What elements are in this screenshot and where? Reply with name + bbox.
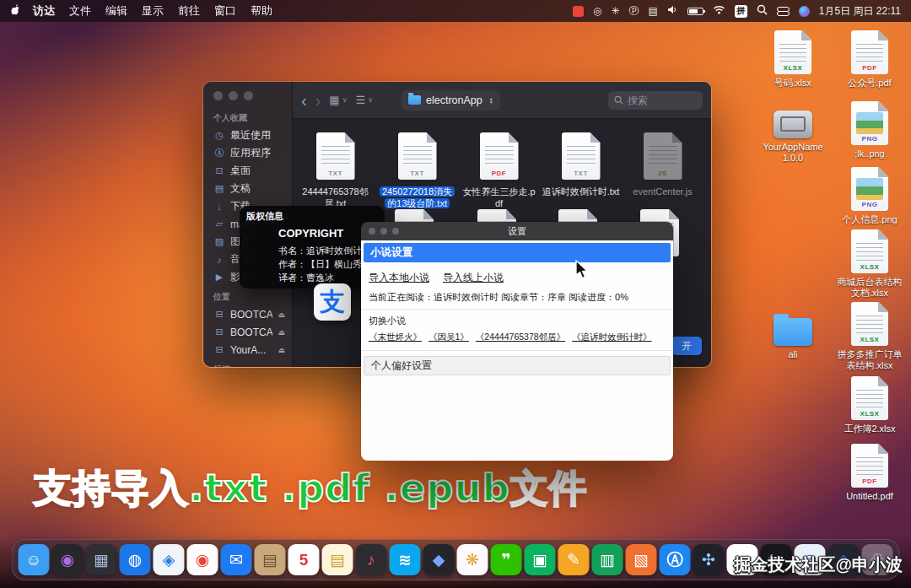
pencil-app[interactable]: ✎ xyxy=(558,544,590,575)
back-button[interactable]: ‹ xyxy=(301,92,307,109)
calendar[interactable]: 5 xyxy=(288,544,320,575)
sidebar-location-item[interactable]: ⊟ BOOTCA... ⏏ xyxy=(203,305,292,323)
file-icon: PDF xyxy=(851,30,888,74)
dark-app[interactable]: ◆ xyxy=(423,544,455,575)
close-button[interactable] xyxy=(369,228,375,235)
sidebar-item[interactable]: ⊡ 桌面 xyxy=(203,162,292,180)
wechat-devtools[interactable]: ≋ xyxy=(390,544,421,575)
desktop-icon[interactable]: XLSX 商城后台表结构文档.xlsx xyxy=(837,229,903,299)
control-center-icon[interactable] xyxy=(777,7,790,16)
open-button[interactable]: 开 xyxy=(671,337,702,355)
desktop-icon[interactable]: XLSX 工作簿2.xlsx xyxy=(837,376,903,434)
asterisk-icon[interactable]: ✳ xyxy=(611,6,619,16)
view-mode-button[interactable]: ▦∨ xyxy=(329,94,347,106)
wifi-icon[interactable] xyxy=(713,5,725,17)
zoom-button[interactable] xyxy=(392,228,399,235)
novel-settings-header[interactable]: 小说设置 xyxy=(364,243,671,262)
wecom[interactable]: ▣ xyxy=(525,544,556,575)
menu-item[interactable]: 前往 xyxy=(178,3,200,19)
file-icon: PNG xyxy=(851,167,888,211)
battery-icon[interactable] xyxy=(687,8,703,15)
group-by-button[interactable]: ☰∨ xyxy=(356,94,374,106)
eject-icon[interactable]: ⏏ xyxy=(278,328,285,337)
chart-app[interactable]: ▥ xyxy=(592,544,623,575)
desktop-icon[interactable]: PDF Untitled.pdf xyxy=(837,444,903,502)
keyboard-icon[interactable]: ▤ xyxy=(649,6,658,16)
notes[interactable]: ▤ xyxy=(322,544,353,575)
chrome[interactable]: ◉ xyxy=(187,544,218,575)
finder[interactable]: ☺ xyxy=(19,544,50,575)
zoom-button[interactable] xyxy=(244,91,253,100)
menu-item[interactable]: 窗口 xyxy=(214,3,236,19)
app-store[interactable]: Ⓐ xyxy=(660,544,691,575)
search-input[interactable] xyxy=(628,94,687,106)
menu-item[interactable]: 访达 xyxy=(33,3,55,19)
eject-icon[interactable]: ⏏ xyxy=(278,310,285,319)
finder-file[interactable]: PDF 女性养生三步走.pdf xyxy=(458,132,540,209)
finder-file[interactable]: JS eventCenter.js xyxy=(622,132,703,209)
close-button[interactable] xyxy=(213,91,223,100)
desktop-icon[interactable]: XLSX 号码.xlsx xyxy=(760,30,826,89)
safari[interactable]: ◈ xyxy=(154,544,185,575)
sidebar-item[interactable]: ▤ 文稿 xyxy=(203,180,292,197)
desktop-icon[interactable]: PNG ;lk..png xyxy=(837,101,903,159)
mail[interactable]: ✉ xyxy=(221,544,252,575)
menu-item[interactable]: 编辑 xyxy=(105,3,127,19)
desktop-icon[interactable]: YourAppName 1.0.0 xyxy=(760,101,826,164)
books[interactable]: ▤ xyxy=(255,544,286,575)
desktop-icon[interactable]: PNG 个人信息.png xyxy=(837,167,903,225)
orange-app[interactable]: ▧ xyxy=(626,544,657,575)
file-icon: TXT xyxy=(398,132,437,180)
sidebar-item[interactable]: ◷ 最近使用 xyxy=(203,127,292,144)
blue-app[interactable]: ◍ xyxy=(120,544,151,575)
import-online-link[interactable]: 导入线上小说 xyxy=(443,271,504,285)
forward-button[interactable]: › xyxy=(315,92,321,109)
parking-icon[interactable]: Ⓟ xyxy=(629,6,639,16)
desktop-icon[interactable]: XLSX 拼多多推广订单表结构.xlsx xyxy=(837,302,903,371)
menubar-clock[interactable]: 1月5日 周日 22:11 xyxy=(819,4,901,19)
photos[interactable]: ❋ xyxy=(457,544,488,575)
book-link[interactable]: 《追诉时效倒计时》 xyxy=(572,332,652,343)
import-local-link[interactable]: 导入本地小说 xyxy=(369,271,429,285)
book-link[interactable]: 《因吴1》 xyxy=(429,332,469,343)
finder-file[interactable]: TXT 2450272018消失的13级台阶.txt xyxy=(376,132,458,209)
book-link[interactable]: 《24444765378邻居》 xyxy=(476,332,565,343)
pinyin-input-icon[interactable]: 拼 xyxy=(735,5,747,18)
minimize-button[interactable] xyxy=(229,91,238,100)
launchpad[interactable]: ▦ xyxy=(86,544,117,575)
menu-item[interactable]: 显示 xyxy=(142,3,164,19)
recording-app-icon[interactable] xyxy=(573,6,584,17)
siri[interactable]: ◉ xyxy=(52,544,84,575)
wechat[interactable]: ❞ xyxy=(491,544,522,575)
finder-file[interactable]: TXT 24444765378邻居.txt xyxy=(294,132,376,209)
book-link[interactable]: 《末世烬火》 xyxy=(369,332,422,343)
desktop-icon[interactable]: ali xyxy=(760,309,826,360)
sidebar-location-item[interactable]: ⊟ BOOTCA... ⏏ xyxy=(203,323,292,341)
file-icon: XLSX xyxy=(774,30,811,74)
apple-menu-icon[interactable] xyxy=(10,3,21,19)
screen-mirroring-icon[interactable]: ◎ xyxy=(593,6,601,16)
window-controls xyxy=(203,89,292,107)
eject-icon[interactable]: ⏏ xyxy=(278,346,285,354)
watermark: 掘金技术社区@申小波 xyxy=(734,553,903,576)
preferences-section-header[interactable]: 个人偏好设置 xyxy=(364,356,671,375)
terminal-app[interactable]: ✣ xyxy=(693,544,725,575)
location-dropdown[interactable]: electronApp ▲▼ xyxy=(402,90,500,111)
sidebar-item[interactable]: Ⓐ 应用程序 xyxy=(203,144,292,162)
author-line: 作者：【日】横山秀夫 xyxy=(278,258,371,271)
search-field[interactable] xyxy=(608,91,703,110)
settings-titlebar[interactable]: 设置 xyxy=(361,222,673,240)
desktop-icon[interactable]: PDF 公众号.pdf xyxy=(837,30,903,89)
menu-item[interactable]: 帮助 xyxy=(251,3,272,19)
music-app[interactable]: ♪ xyxy=(356,544,387,575)
search-icon[interactable] xyxy=(757,4,768,18)
finder-file[interactable]: TXT 追诉时效倒计时.txt xyxy=(540,132,622,209)
minimize-button[interactable] xyxy=(380,228,387,235)
sidebar-location-item[interactable]: ⊟ YourA... ⏏ xyxy=(203,341,292,359)
desktop-icon-label: 拼多多推广订单表结构.xlsx xyxy=(837,349,903,371)
settings-window-title: 设置 xyxy=(361,225,673,238)
siri-icon[interactable] xyxy=(799,6,810,17)
volume-icon[interactable] xyxy=(667,5,678,17)
menu-item[interactable]: 文件 xyxy=(69,3,91,19)
sidebar-item-icon: ▶ xyxy=(213,272,225,283)
